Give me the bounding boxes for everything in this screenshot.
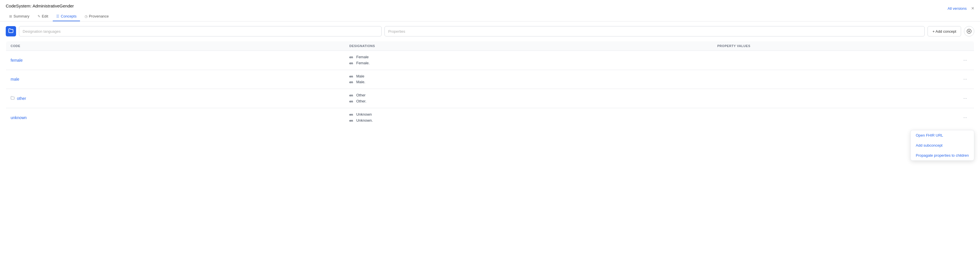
- actions-cell-female: ···: [956, 51, 974, 70]
- lang-badge: en: [349, 80, 355, 85]
- app-container: CodeSystem: AdministrativeGender ⊞ Summa…: [0, 0, 980, 264]
- svg-point-0: [967, 29, 971, 34]
- designation-row: en Male: [349, 74, 708, 80]
- designation-row: en Female.: [349, 60, 708, 66]
- lang-badge: en: [349, 55, 355, 60]
- concept-link-unknown[interactable]: unknown: [11, 115, 27, 120]
- concept-link-female[interactable]: female: [11, 58, 23, 62]
- close-button[interactable]: ×: [971, 6, 974, 11]
- column-header-property-values: PROPERTY VALUES: [713, 41, 956, 51]
- header-left: CodeSystem: AdministrativeGender ⊞ Summa…: [6, 3, 112, 21]
- summary-icon: ⊞: [9, 14, 12, 18]
- concepts-table: CODE DESIGNATIONS PROPERTY VALUES female: [6, 41, 974, 127]
- settings-button[interactable]: [964, 26, 974, 37]
- designation-row: en Other.: [349, 98, 708, 104]
- context-menu-item-open-fhir[interactable]: Open FHIR URL: [911, 130, 974, 140]
- property-values-cell-other: [713, 89, 956, 108]
- folder-button[interactable]: [6, 26, 16, 37]
- code-cell-male: male: [6, 70, 345, 89]
- designation-text: Unknown.: [356, 118, 373, 124]
- concept-link-male[interactable]: male: [11, 77, 19, 82]
- code-cell-other: other: [6, 89, 345, 108]
- property-values-cell-unknown: [713, 108, 956, 127]
- lang-badge: en: [349, 74, 355, 79]
- lang-badge: en: [349, 99, 355, 104]
- page-title: CodeSystem: AdministrativeGender: [6, 3, 112, 10]
- table-row: female en Female en Female.: [6, 51, 974, 70]
- actions-cell-male: ···: [956, 70, 974, 89]
- table-body: female en Female en Female.: [6, 51, 974, 127]
- concepts-icon: ☰: [56, 14, 59, 18]
- designation-row: en Female: [349, 54, 708, 60]
- more-button-other[interactable]: ···: [961, 95, 969, 102]
- designation-text: Unknown: [356, 112, 372, 118]
- designation-text: Female: [356, 54, 368, 60]
- context-menu: Open FHIR URL Add subconcept Propagate p…: [910, 130, 974, 161]
- folder-icon: [8, 28, 13, 34]
- table-container: CODE DESIGNATIONS PROPERTY VALUES female: [0, 41, 980, 264]
- tab-provenance[interactable]: ◷ Provenance: [81, 12, 112, 21]
- property-values-cell-male: [713, 70, 956, 89]
- designation-languages-input[interactable]: [19, 26, 382, 37]
- designation-text: Female.: [356, 60, 369, 66]
- actions-cell-unknown: ···: [956, 108, 974, 127]
- lang-badge: en: [349, 112, 355, 117]
- actions-cell-other: ···: [956, 89, 974, 108]
- column-header-code: CODE: [6, 41, 345, 51]
- designations-cell-female: en Female en Female.: [345, 51, 713, 70]
- add-concept-button[interactable]: + Add concept: [928, 26, 961, 37]
- tab-concepts[interactable]: ☰ Concepts: [53, 12, 80, 21]
- table-row: male en Male en Male.: [6, 70, 974, 89]
- designations-cell-unknown: en Unknown en Unknown.: [345, 108, 713, 127]
- designation-row: en Male.: [349, 79, 708, 85]
- designation-text: Other.: [356, 98, 366, 104]
- code-cell-female: female: [6, 51, 345, 70]
- all-versions-link[interactable]: All versions: [948, 6, 967, 11]
- designation-row: en Other: [349, 93, 708, 98]
- designations-cell-male: en Male en Male.: [345, 70, 713, 89]
- toolbar: + Add concept: [0, 21, 980, 41]
- table-row: other en Other en Other.: [6, 89, 974, 108]
- code-cell-unknown: unknown: [6, 108, 345, 127]
- context-menu-item-propagate[interactable]: Propagate properties to children: [911, 150, 974, 160]
- tab-summary[interactable]: ⊞ Summary: [6, 12, 33, 21]
- property-values-cell-female: [713, 51, 956, 70]
- svg-point-1: [969, 31, 970, 32]
- provenance-icon: ◷: [84, 14, 88, 18]
- designation-text: Male.: [356, 79, 365, 85]
- lang-badge: en: [349, 61, 355, 66]
- column-header-designations: DESIGNATIONS: [345, 41, 713, 51]
- properties-input[interactable]: [385, 26, 925, 37]
- edit-icon: ✎: [38, 14, 40, 18]
- tab-edit[interactable]: ✎ Edit: [34, 12, 52, 21]
- nav-tabs: ⊞ Summary ✎ Edit ☰ Concepts ◷ Provenance: [6, 12, 112, 21]
- designation-text: Other: [356, 93, 366, 98]
- header-right: All versions ×: [948, 3, 974, 11]
- more-button-male[interactable]: ···: [961, 76, 969, 83]
- designation-text: Male: [356, 74, 364, 80]
- designations-cell-other: en Other en Other.: [345, 89, 713, 108]
- lang-badge: en: [349, 93, 355, 98]
- designation-row: en Unknown.: [349, 118, 708, 124]
- designation-row: en Unknown: [349, 112, 708, 118]
- context-menu-item-add-subconcept[interactable]: Add subconcept: [911, 140, 974, 150]
- table-header: CODE DESIGNATIONS PROPERTY VALUES: [6, 41, 974, 51]
- concept-link-other[interactable]: other: [17, 96, 26, 101]
- column-header-actions: [956, 41, 974, 51]
- more-button-female[interactable]: ···: [961, 57, 969, 64]
- lang-badge: en: [349, 118, 355, 123]
- table-row: unknown en Unknown en Unknown.: [6, 108, 974, 127]
- more-button-unknown[interactable]: ···: [961, 114, 969, 121]
- folder-icon: [11, 96, 14, 101]
- header: CodeSystem: AdministrativeGender ⊞ Summa…: [0, 0, 980, 21]
